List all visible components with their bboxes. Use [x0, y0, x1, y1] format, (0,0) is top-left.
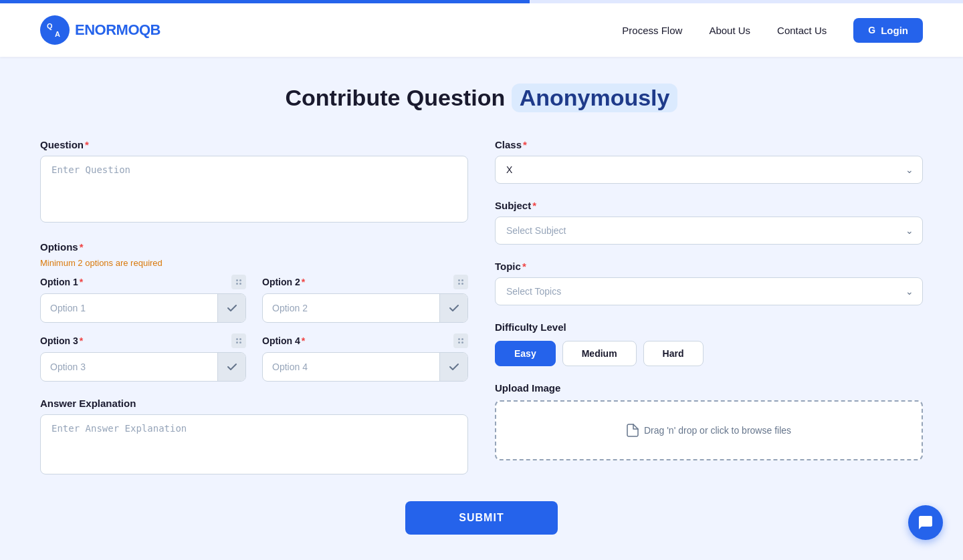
logo-text-blue: QB: [139, 21, 160, 38]
logo-text: ENORMOQB: [75, 21, 160, 39]
check-icon: [227, 303, 237, 313]
options-label: Options*: [40, 241, 468, 253]
option1-drag-handle[interactable]: [231, 275, 246, 289]
difficulty-easy-button[interactable]: Easy: [495, 341, 556, 366]
page-title: Contribute Question Anonymously: [40, 84, 923, 112]
option1-header: Option 1*: [40, 275, 246, 289]
right-column: Class* X IX XI XII ⌄ Subject*: [495, 139, 923, 477]
option4-drag-handle[interactable]: [453, 333, 468, 348]
difficulty-section: Difficulty Level Easy Medium Hard: [495, 321, 923, 366]
question-label: Question*: [40, 139, 468, 150]
topic-label: Topic*: [495, 261, 923, 272]
chat-icon: [918, 515, 934, 531]
option2-label: Option 2*: [262, 277, 305, 287]
class-label: Class*: [495, 139, 923, 150]
option3-input[interactable]: [41, 354, 217, 380]
topic-field: Topic* Select Topics Algebra Geometry ⌄: [495, 261, 923, 305]
subject-select[interactable]: Select Subject Mathematics Science Engli…: [495, 217, 923, 245]
upload-label: Upload Image: [495, 382, 923, 394]
explanation-label: Answer Explanation: [40, 398, 468, 409]
topic-select-wrapper: Select Topics Algebra Geometry ⌄: [495, 277, 923, 305]
nav-about-us[interactable]: About Us: [709, 25, 750, 36]
answer-explanation-field: Answer Explanation: [40, 398, 468, 477]
option2-group: Option 2*: [262, 275, 468, 323]
left-column: Question* Options* Minimum 2 options are…: [40, 139, 468, 477]
option4-check-button[interactable]: [439, 353, 467, 381]
option2-drag-handle[interactable]: [453, 275, 468, 289]
login-label: Login: [881, 25, 908, 36]
check-icon: [449, 303, 459, 313]
option4-label: Option 4*: [262, 335, 305, 346]
class-field: Class* X IX XI XII ⌄: [495, 139, 923, 184]
form-layout: Question* Options* Minimum 2 options are…: [40, 139, 923, 477]
class-select[interactable]: X IX XI XII: [495, 156, 923, 184]
option1-input[interactable]: [41, 295, 217, 321]
progress-segment-4: [530, 0, 963, 3]
option3-drag-handle[interactable]: [231, 333, 246, 348]
option2-input[interactable]: [263, 295, 439, 321]
upload-section: Upload Image Drag 'n' drop or click to b…: [495, 382, 923, 460]
option3-input-row: [40, 352, 246, 382]
check-icon: [449, 362, 459, 372]
header: Q A ENORMOQB Process Flow About Us Conta…: [0, 3, 963, 57]
option2-input-row: [262, 293, 468, 323]
subject-label: Subject*: [495, 200, 923, 211]
option4-input[interactable]: [263, 354, 439, 380]
option3-header: Option 3*: [40, 333, 246, 348]
option1-input-row: [40, 293, 246, 323]
question-input[interactable]: [40, 156, 468, 223]
progress-segment-3: [385, 0, 530, 3]
logo-text-black: ENORMO: [75, 21, 139, 38]
option4-header: Option 4*: [262, 333, 468, 348]
difficulty-hard-button[interactable]: Hard: [643, 341, 704, 366]
svg-text:A: A: [55, 30, 60, 38]
subject-field: Subject* Select Subject Mathematics Scie…: [495, 200, 923, 245]
option2-header: Option 2*: [262, 275, 468, 289]
option1-group: Option 1*: [40, 275, 246, 323]
chat-bubble[interactable]: [908, 505, 943, 540]
check-icon: [227, 362, 237, 372]
top-progress-bar: [0, 0, 963, 3]
option3-label: Option 3*: [40, 335, 83, 346]
nav-process-flow[interactable]: Process Flow: [622, 25, 682, 36]
google-icon: G: [868, 25, 875, 35]
file-icon: [627, 424, 639, 437]
page-title-prefix: Contribute Question: [286, 85, 506, 110]
submit-area: SUBMIT: [40, 501, 923, 535]
option2-check-button[interactable]: [439, 294, 467, 322]
options-grid: Option 1*: [40, 275, 468, 382]
topic-select[interactable]: Select Topics Algebra Geometry: [495, 277, 923, 305]
option3-check-button[interactable]: [217, 353, 245, 381]
submit-button[interactable]: SUBMIT: [405, 501, 557, 535]
logo: Q A ENORMOQB: [40, 15, 160, 45]
option3-group: Option 3*: [40, 333, 246, 382]
nav: Process Flow About Us Contact Us G Login: [622, 18, 923, 43]
subject-select-wrapper: Select Subject Mathematics Science Engli…: [495, 217, 923, 245]
progress-segment-2: [241, 0, 385, 3]
options-hint: Minimum 2 options are required: [40, 258, 468, 268]
login-button[interactable]: G Login: [853, 18, 923, 43]
upload-box[interactable]: Drag 'n' drop or click to browse files: [495, 400, 923, 460]
upload-text: Drag 'n' drop or click to browse files: [644, 425, 791, 436]
difficulty-label: Difficulty Level: [495, 321, 923, 333]
class-select-wrapper: X IX XI XII ⌄: [495, 156, 923, 184]
difficulty-medium-button[interactable]: Medium: [562, 341, 637, 366]
svg-text:Q: Q: [47, 22, 53, 30]
option4-input-row: [262, 352, 468, 382]
option1-label: Option 1*: [40, 277, 83, 287]
option1-check-button[interactable]: [217, 294, 245, 322]
question-field: Question*: [40, 139, 468, 225]
progress-segment-1: [0, 0, 241, 3]
logo-icon: Q A: [40, 15, 70, 45]
main-content: Contribute Question Anonymously Question…: [0, 57, 963, 560]
explanation-input[interactable]: [40, 414, 468, 474]
options-section: Options* Minimum 2 options are required …: [40, 241, 468, 382]
nav-contact-us[interactable]: Contact Us: [777, 25, 827, 36]
page-title-highlight: Anonymously: [512, 84, 678, 112]
option4-group: Option 4*: [262, 333, 468, 382]
difficulty-buttons: Easy Medium Hard: [495, 341, 923, 366]
